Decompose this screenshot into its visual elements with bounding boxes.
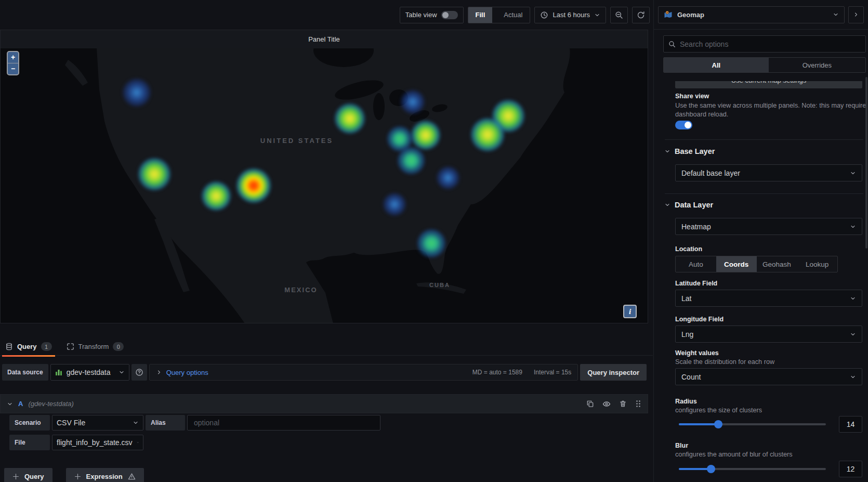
data-layer-section-header[interactable]: Data Layer xyxy=(664,201,713,209)
map-info-button[interactable]: i xyxy=(623,305,637,318)
query-ref-id: A xyxy=(18,400,23,408)
table-view-control: Table view xyxy=(400,7,464,23)
data-layer-value: Heatmap xyxy=(681,223,711,231)
panel-title: Panel Title xyxy=(308,35,340,43)
chevron-down-icon xyxy=(850,295,856,302)
query-inspector-button[interactable]: Query inspector xyxy=(580,364,647,381)
tab-overrides[interactable]: Overrides xyxy=(769,58,865,72)
time-range-picker[interactable]: Last 6 hours xyxy=(534,7,606,23)
chevron-down-icon xyxy=(133,420,139,426)
location-option-coords[interactable]: Coords xyxy=(716,256,757,272)
longitude-field-select[interactable]: Lng xyxy=(675,325,862,343)
hide-query-button[interactable] xyxy=(602,400,611,408)
fill-button[interactable]: Fill xyxy=(468,7,493,23)
panel-header[interactable]: Panel Title xyxy=(1,30,648,48)
plus-icon xyxy=(74,473,81,480)
max-data-points-stat: MD = auto = 1589 xyxy=(472,369,522,376)
top-toolbar: Table view Fill Actual Last 6 hours xyxy=(0,0,653,30)
blur-slider[interactable] xyxy=(679,461,826,477)
use-current-map-settings-button[interactable]: Use current map settings xyxy=(675,81,862,88)
options-scrollbar[interactable] xyxy=(865,77,867,249)
trash-icon xyxy=(619,400,627,408)
location-option-auto[interactable]: Auto xyxy=(676,256,716,272)
blur-slider-handle[interactable] xyxy=(707,465,715,473)
testdata-datasource-icon xyxy=(55,369,62,376)
duplicate-query-button[interactable] xyxy=(586,400,594,408)
delete-query-button[interactable] xyxy=(619,400,627,408)
location-mode-group: Auto Coords Geohash Lookup xyxy=(675,256,838,272)
location-option-lookup[interactable]: Lookup xyxy=(797,256,837,272)
table-view-toggle[interactable] xyxy=(441,11,458,19)
drag-query-handle[interactable] xyxy=(635,400,641,408)
radius-slider-handle[interactable] xyxy=(714,420,722,428)
search-icon xyxy=(668,41,676,48)
tab-transform[interactable]: Transform 0 xyxy=(67,338,124,356)
scenario-value: CSV File xyxy=(57,419,85,427)
interval-stat: Interval = 15s xyxy=(534,369,571,376)
actual-button[interactable]: Actual xyxy=(496,7,530,23)
location-option-geohash[interactable]: Geohash xyxy=(757,256,797,272)
base-layer-select[interactable]: Default base layer xyxy=(675,164,862,181)
chevron-down-icon[interactable] xyxy=(7,401,13,407)
refresh-icon xyxy=(637,11,645,19)
add-expression-button[interactable]: Expression xyxy=(66,468,144,482)
heatmap-point xyxy=(398,147,425,174)
database-icon xyxy=(5,343,13,350)
radius-slider[interactable] xyxy=(679,416,826,433)
query-row-actions xyxy=(586,400,641,408)
base-layer-value: Default base layer xyxy=(681,169,740,177)
options-search-input[interactable]: Search options xyxy=(663,35,866,53)
transform-icon xyxy=(67,343,74,350)
radius-slider-track[interactable] xyxy=(679,423,826,425)
chevron-right-icon xyxy=(853,11,859,18)
time-range-label: Last 6 hours xyxy=(553,11,590,19)
latitude-field-select[interactable]: Lat xyxy=(675,290,862,307)
scenario-row: Scenario CSV File Alias optional xyxy=(9,415,380,431)
tab-all[interactable]: All xyxy=(664,58,769,72)
scenario-select[interactable]: CSV File xyxy=(52,415,143,431)
options-pane-header: Geomap xyxy=(654,0,868,30)
heatmap-point xyxy=(417,229,445,257)
query-options-link[interactable]: Query options xyxy=(166,369,208,376)
chevron-down-icon xyxy=(850,374,856,380)
data-layer-title: Data Layer xyxy=(675,201,713,209)
chevron-down-icon xyxy=(850,170,856,176)
geomap-icon xyxy=(664,10,673,19)
heatmap-point xyxy=(202,181,231,211)
base-layer-section-header[interactable]: Base Layer xyxy=(664,147,715,155)
datasource-help-button[interactable] xyxy=(131,364,147,381)
file-select[interactable]: flight_info_by_state.csv xyxy=(52,435,143,450)
chevron-down-icon xyxy=(137,439,139,446)
visualization-picker[interactable]: Geomap xyxy=(658,6,845,23)
data-layer-select[interactable]: Heatmap xyxy=(675,218,862,235)
visualization-name: Geomap xyxy=(677,11,704,19)
collapse-pane-button[interactable] xyxy=(848,6,864,23)
map-basemap xyxy=(1,48,648,323)
map-place-label: MEXICO xyxy=(284,286,317,294)
blur-value-input[interactable]: 12 xyxy=(839,461,862,477)
share-view-toggle[interactable] xyxy=(675,121,692,129)
blur-slider-track[interactable] xyxy=(679,468,826,470)
map-zoom-in-button[interactable]: + xyxy=(8,52,18,63)
map-zoom-out-button[interactable]: − xyxy=(8,63,18,74)
query-stats: MD = auto = 1589 Interval = 15s xyxy=(472,369,571,376)
query-datasource-hint: (gdev-testdata) xyxy=(28,400,73,408)
weight-values-select[interactable]: Count xyxy=(675,368,862,385)
geomap-panel: Panel Title + − i UNITED STATESMEXICO xyxy=(0,30,648,323)
longitude-field-value: Lng xyxy=(681,330,693,338)
datasource-picker[interactable]: gdev-testdata xyxy=(50,364,129,381)
file-value: flight_info_by_state.csv xyxy=(57,438,133,447)
copy-icon xyxy=(586,400,594,408)
radius-value-input[interactable]: 14 xyxy=(839,416,862,433)
zoom-out-button[interactable] xyxy=(610,7,628,23)
tab-transform-label: Transform xyxy=(78,343,109,350)
query-row-header[interactable]: A (gdev-testdata) xyxy=(0,394,648,413)
weight-values-value: Count xyxy=(681,373,701,381)
alias-input[interactable]: optional xyxy=(187,415,380,431)
heatmap-point xyxy=(123,79,151,107)
tab-query[interactable]: Query 1 xyxy=(5,338,52,356)
add-query-button[interactable]: Query xyxy=(4,468,52,482)
map-canvas[interactable]: + − i UNITED STATESMEXICOCUBA xyxy=(1,48,648,323)
tab-transform-count: 0 xyxy=(113,342,124,351)
refresh-button[interactable] xyxy=(632,7,650,23)
